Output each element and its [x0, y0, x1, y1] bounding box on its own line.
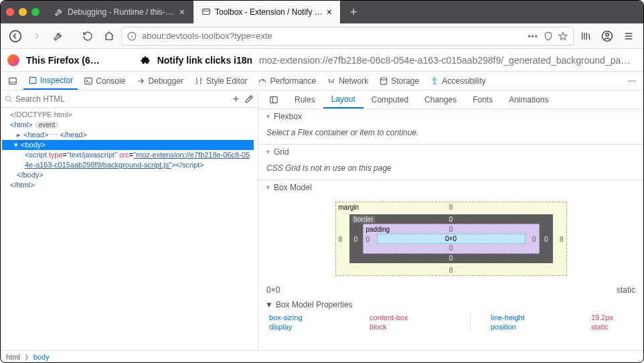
event-badge[interactable]: event [35, 121, 59, 129]
head-close-tag[interactable]: </head> [60, 131, 86, 139]
collapse-icon[interactable]: ▾ [14, 140, 21, 150]
content-box[interactable]: 0×0 [377, 234, 526, 244]
html-open-tag[interactable]: <html> [10, 121, 33, 129]
tab-computed[interactable]: Computed [364, 90, 416, 108]
padding-left-value[interactable]: 0 [366, 235, 370, 242]
tab-rules[interactable]: Rules [287, 90, 323, 108]
add-node-button[interactable]: + [228, 93, 244, 105]
markup-search-row: + [1, 90, 258, 108]
tab-network[interactable]: Network [322, 72, 373, 90]
border-left-value[interactable]: 0 [352, 235, 360, 242]
caret-down-icon: ▼ [265, 300, 273, 309]
padding-top-value[interactable]: 0 [449, 226, 453, 233]
prop-key[interactable]: position [491, 323, 571, 331]
expand-icon[interactable]: ▸ [17, 130, 23, 140]
shield-icon[interactable] [544, 31, 553, 41]
breadcrumb: html ❯ body [1, 350, 643, 362]
boxmodel-props-header[interactable]: ▼Box Model Properties [258, 297, 643, 312]
tab-debugger[interactable]: Debugger [131, 72, 188, 90]
dimensions-value: 0×0 [266, 285, 280, 295]
border-right-value[interactable]: 0 [542, 235, 550, 242]
tab-changes[interactable]: Changes [416, 90, 465, 108]
border-box[interactable]: border 0 0 0 0 padding 0 0 0 [349, 214, 553, 263]
tab-storage[interactable]: Storage [374, 72, 424, 90]
border-bottom-value[interactable]: 0 [447, 255, 455, 262]
crumb-body[interactable]: body [33, 353, 50, 361]
prop-key[interactable]: display [269, 323, 349, 331]
home-button[interactable] [100, 27, 118, 46]
tab-title: Toolbox - Extension / Notify link [215, 7, 323, 17]
padding-box[interactable]: padding 0 0 0 0 0×0 [363, 224, 540, 254]
maximize-dot[interactable] [31, 8, 39, 16]
padding-bottom-value[interactable]: 0 [449, 244, 453, 252]
tab-title: Debugging - Runtime / this-fire [68, 7, 175, 17]
grid-header[interactable]: ▼Grid [258, 145, 643, 159]
prop-value[interactable]: 19.2px [591, 313, 643, 321]
close-icon[interactable]: × [179, 7, 185, 17]
more-icon[interactable]: ••• [528, 31, 538, 41]
eyedropper-icon[interactable] [244, 94, 254, 104]
padding-right-value[interactable]: 0 [532, 235, 536, 242]
reload-button[interactable] [78, 27, 97, 46]
devtools-wrench-icon[interactable] [49, 27, 68, 46]
margin-left-value[interactable]: 8 [339, 235, 343, 242]
tab-fonts[interactable]: Fonts [465, 90, 501, 108]
margin-box[interactable]: margin 8 8 8 8 border 0 0 0 0 [335, 202, 567, 276]
wrench-icon [54, 7, 64, 17]
margin-top-value[interactable]: 8 [449, 204, 453, 211]
library-icon[interactable] [576, 27, 595, 46]
prop-key[interactable]: line-height [491, 313, 571, 321]
tab-performance[interactable]: Performance [253, 72, 321, 90]
tab-animations[interactable]: Animations [501, 90, 556, 108]
browser-tab-toolbox[interactable]: Toolbox - Extension / Notify link × [193, 1, 341, 23]
back-button[interactable] [6, 27, 25, 46]
markup-panel: + <!DOCTYPE html> <html> event ▸<head> ⋯… [1, 90, 258, 350]
account-icon[interactable] [598, 27, 617, 46]
head-open-tag[interactable]: <head> [23, 131, 48, 139]
script-node[interactable]: <script type="text/javascript" src="moz-… [5, 150, 254, 170]
body-node-selected[interactable]: ▾<body> [2, 140, 254, 150]
tab-layout[interactable]: Layout [323, 90, 364, 108]
prop-key[interactable]: box-sizing [269, 313, 349, 321]
info-icon[interactable] [127, 31, 137, 41]
star-icon[interactable] [558, 31, 568, 41]
position-value: static [617, 285, 635, 295]
forward-button[interactable] [27, 27, 46, 46]
prop-value[interactable]: block [370, 323, 450, 331]
sidebar-icon[interactable] [261, 90, 287, 108]
boxmodel-section: ▼Box Model margin 8 8 8 8 border 0 [258, 180, 643, 335]
body-open-tag: <body> [21, 141, 46, 149]
border-top-value[interactable]: 0 [447, 216, 455, 223]
devtools-menu-icon[interactable]: ⋯ [623, 72, 641, 90]
body-close-tag[interactable]: </body> [17, 171, 44, 179]
tab-console[interactable]: Console [79, 72, 130, 90]
close-dot[interactable] [6, 8, 14, 16]
close-icon[interactable]: × [327, 7, 332, 17]
tab-inspector[interactable]: Inspector [23, 72, 78, 90]
menu-icon[interactable] [619, 27, 638, 46]
tab-label: Console [96, 76, 125, 86]
minimize-dot[interactable] [19, 8, 27, 16]
boxmodel-header[interactable]: ▼Box Model [258, 180, 643, 195]
markup-tree[interactable]: <!DOCTYPE html> <html> event ▸<head> ⋯ <… [1, 108, 258, 192]
prop-value[interactable]: content-box [370, 313, 450, 321]
puzzle-icon [140, 55, 151, 66]
firefox-instance-label: This Firefox (6… [26, 55, 100, 66]
dock-button[interactable] [3, 72, 22, 90]
browser-tab-debugging[interactable]: Debugging - Runtime / this-fire × [46, 1, 193, 23]
crumb-html[interactable]: html [6, 353, 20, 361]
prop-value[interactable]: static [591, 323, 643, 331]
margin-bottom-value[interactable]: 8 [449, 267, 453, 274]
url-bar[interactable]: about:devtools-toolbox?type=exte ••• [121, 27, 574, 46]
flexbox-section: ▼Flexbox Select a Flex container or item… [258, 109, 643, 145]
tab-accessibility[interactable]: Accessibility [425, 72, 490, 90]
new-tab-button[interactable]: + [341, 1, 367, 23]
html-close-tag[interactable]: </html> [10, 181, 35, 189]
tab-style-editor[interactable]: Style Editor [189, 72, 252, 90]
search-input[interactable] [15, 94, 228, 104]
flexbox-header[interactable]: ▼Flexbox [258, 109, 643, 124]
url-text: about:devtools-toolbox?type=exte [142, 31, 522, 41]
margin-right-value[interactable]: 8 [560, 235, 564, 242]
doctype-node[interactable]: <!DOCTYPE html> [10, 111, 72, 119]
dimensions-row: 0×0 static [258, 283, 643, 297]
